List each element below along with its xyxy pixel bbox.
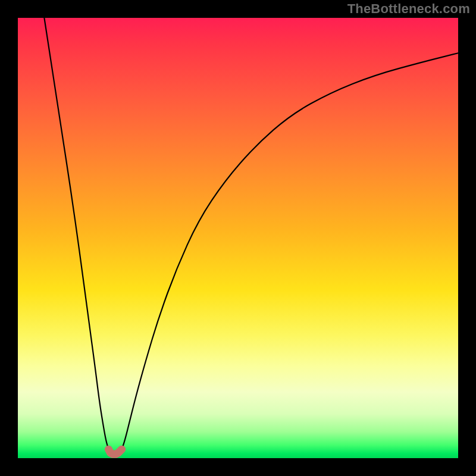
- curve-right-branch: [122, 53, 458, 449]
- curve-left-branch: [44, 18, 108, 449]
- bottleneck-curve: [18, 18, 458, 458]
- valley-marker: [108, 449, 121, 454]
- attribution-text: TheBottleneck.com: [347, 1, 470, 17]
- curve-group: [44, 18, 458, 454]
- chart-frame: TheBottleneck.com: [0, 0, 476, 476]
- plot-area: [18, 18, 458, 458]
